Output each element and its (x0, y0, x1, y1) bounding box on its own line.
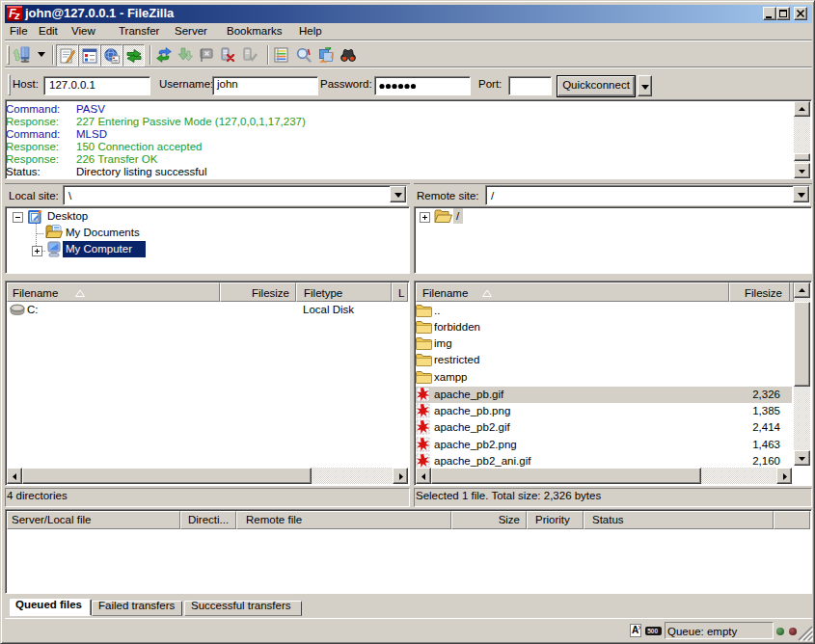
svg-text:500: 500 (647, 628, 658, 634)
svg-text:z: z (14, 10, 20, 21)
svg-text:A: A (632, 625, 638, 635)
